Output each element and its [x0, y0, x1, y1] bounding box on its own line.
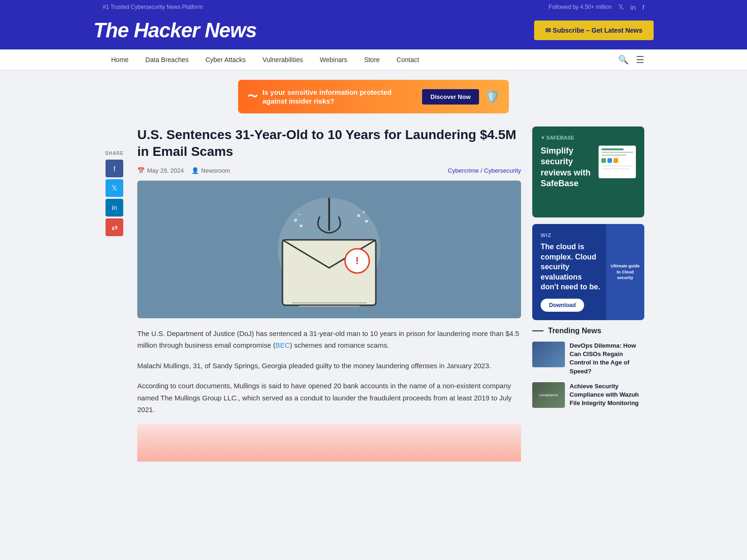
share-twitter-button[interactable]: 𝕏: [106, 179, 123, 197]
trending-line: [532, 330, 543, 331]
svg-point-8: [365, 220, 368, 223]
nav-store[interactable]: Store: [356, 49, 388, 70]
trending-thumb-1: [532, 342, 565, 367]
svg-rect-9: [294, 219, 297, 222]
article-title: U.S. Sentences 31-Year-Old to 10 Years f…: [137, 126, 521, 161]
article-hero-image: ! − +: [137, 181, 521, 318]
trending-title: Trending News: [548, 327, 601, 335]
article-date: 📅 May 29, 2024: [137, 167, 184, 174]
linkedin-icon[interactable]: in: [630, 3, 636, 11]
category-link[interactable]: Cybercrime / Cybersecurity: [448, 167, 521, 174]
svg-text:−: −: [297, 210, 301, 218]
svg-rect-10: [357, 214, 360, 217]
wiz-headline: The cloud is complex. Cloud security eva…: [541, 242, 601, 292]
facebook-icon[interactable]: f: [642, 3, 644, 11]
nav-data-breaches[interactable]: Data Breaches: [137, 49, 197, 70]
article-main: U.S. Sentences 31-Year-Old to 10 Years f…: [137, 126, 521, 462]
share-facebook-button[interactable]: f: [106, 160, 123, 177]
ad-banner-button[interactable]: Discover Now: [422, 89, 479, 105]
share-label: SHARE: [105, 151, 124, 156]
article-body-p3: According to court documents, Mullings i…: [137, 380, 521, 416]
followed-text: Followed by 4.50+ million: [549, 4, 612, 10]
nav-contact[interactable]: Contact: [388, 49, 427, 70]
svg-point-7: [300, 224, 303, 227]
trending-item-2[interactable]: compliance Achieve Security Compliance w…: [532, 382, 644, 408]
article-body-p2: Malachi Mullings, 31, of Sandy Springs, …: [137, 360, 521, 372]
ad-banner-icon-left: 〜: [247, 90, 258, 104]
wiz-download-button[interactable]: Download: [541, 299, 584, 312]
safebase-mockup: [599, 146, 636, 178]
wiz-ad[interactable]: WIZ The cloud is complex. Cloud security…: [532, 224, 644, 320]
share-sidebar: SHARE f 𝕏 in ⇄: [103, 126, 126, 462]
article-categories: Cybercrime / Cybersecurity: [448, 167, 521, 174]
trending-thumb-2: compliance: [532, 382, 565, 408]
subscribe-button[interactable]: ✉ Subscribe – Get Latest News: [534, 21, 654, 40]
menu-icon[interactable]: ☰: [636, 54, 644, 65]
article-bottom-image: [137, 424, 521, 462]
article-author: 👤 Newsroom: [191, 167, 230, 174]
tagline: #1 Trusted Cybersecurity News Platform: [103, 4, 203, 10]
nav-vulnerabilities[interactable]: Vulnerabilities: [254, 49, 311, 70]
safebase-brand: ✦ SAFEBASE: [541, 135, 636, 141]
site-title[interactable]: The Hacker News: [93, 19, 256, 42]
nav-cyber-attacks[interactable]: Cyber Attacks: [197, 49, 254, 70]
trending-item-1[interactable]: DevOps Dilemma: How Can CISOs Regain Con…: [532, 342, 644, 376]
nav-webinars[interactable]: Webinars: [311, 49, 356, 70]
safebase-headline: Simplify security reviews with SafeBase: [541, 146, 594, 189]
svg-text:+: +: [362, 208, 366, 216]
calendar-icon: 📅: [137, 167, 145, 174]
right-sidebar: ✦ SAFEBASE Simplify security reviews wit…: [532, 126, 644, 462]
twitter-icon[interactable]: 𝕏: [618, 3, 624, 11]
share-other-button[interactable]: ⇄: [106, 218, 123, 236]
person-icon: 👤: [191, 167, 199, 174]
wiz-guide-label: Ultimate guide to Cloud security: [610, 263, 641, 281]
ad-banner-text: Is your sensitive information protected …: [262, 88, 416, 106]
nav-home[interactable]: Home: [103, 49, 137, 70]
ad-banner-icon-right: 🛡️: [485, 90, 500, 104]
trending-item-2-title: Achieve Security Compliance with Wazuh F…: [570, 382, 644, 408]
svg-text:!: !: [355, 255, 359, 266]
article-body: The U.S. Department of Justice (DoJ) has…: [137, 328, 521, 416]
trending-item-1-title: DevOps Dilemma: How Can CISOs Regain Con…: [570, 342, 644, 376]
ad-banner: 〜 Is your sensitive information protecte…: [238, 80, 509, 113]
safebase-ad[interactable]: ✦ SAFEBASE Simplify security reviews wit…: [532, 126, 644, 217]
article-body-p1-end: ) schemes and romance scams.: [290, 341, 389, 349]
search-icon[interactable]: 🔍: [618, 55, 628, 65]
trending-section: Trending News DevOps Dilemma: How Can CI…: [532, 327, 644, 408]
bec-link[interactable]: BEC: [275, 341, 290, 349]
share-linkedin-button[interactable]: in: [106, 199, 123, 217]
